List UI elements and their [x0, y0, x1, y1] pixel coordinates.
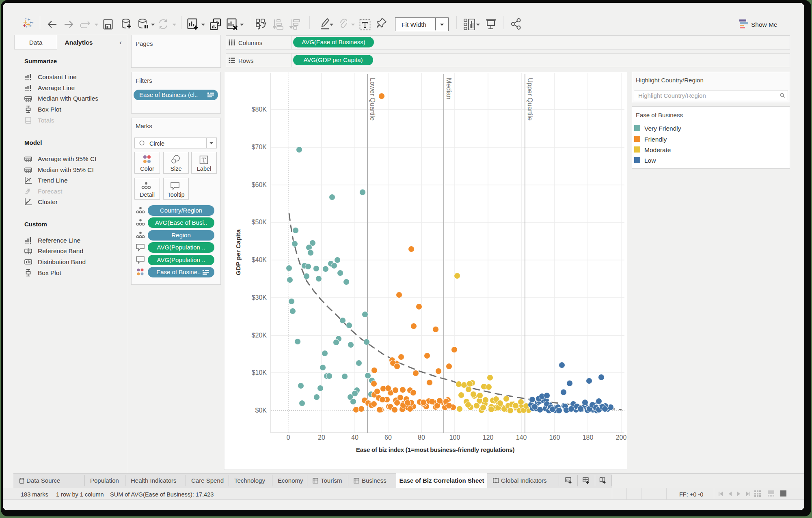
- svg-text:180: 180: [583, 434, 594, 441]
- svg-text:Upper Quartile: Upper Quartile: [527, 78, 534, 120]
- svg-text:$0K: $0K: [255, 407, 267, 414]
- svg-text:0: 0: [287, 434, 290, 441]
- svg-text:40: 40: [351, 434, 358, 441]
- svg-text:GDP per Capita: GDP per Capita: [235, 229, 242, 275]
- svg-text:20: 20: [318, 434, 325, 441]
- svg-text:160: 160: [549, 434, 560, 441]
- svg-text:$70K: $70K: [252, 144, 267, 150]
- svg-text:Ease of biz index (1=most busi: Ease of biz index (1=most business-frien…: [356, 446, 515, 453]
- svg-text:$60K: $60K: [252, 181, 267, 188]
- svg-text:$40K: $40K: [252, 256, 267, 263]
- svg-text:$30K: $30K: [252, 294, 267, 301]
- svg-text:$80K: $80K: [252, 106, 267, 113]
- svg-text:$20K: $20K: [252, 332, 267, 339]
- svg-text:Lower Quartile: Lower Quartile: [369, 78, 376, 120]
- svg-text:$50K: $50K: [252, 219, 267, 226]
- svg-text:80: 80: [418, 434, 425, 441]
- svg-text:140: 140: [516, 434, 527, 441]
- svg-text:200: 200: [616, 434, 627, 441]
- svg-text:Median: Median: [445, 78, 453, 99]
- svg-text:$10K: $10K: [252, 369, 267, 376]
- svg-text:100: 100: [449, 434, 460, 441]
- svg-text:120: 120: [483, 434, 494, 441]
- svg-text:60: 60: [384, 434, 392, 441]
